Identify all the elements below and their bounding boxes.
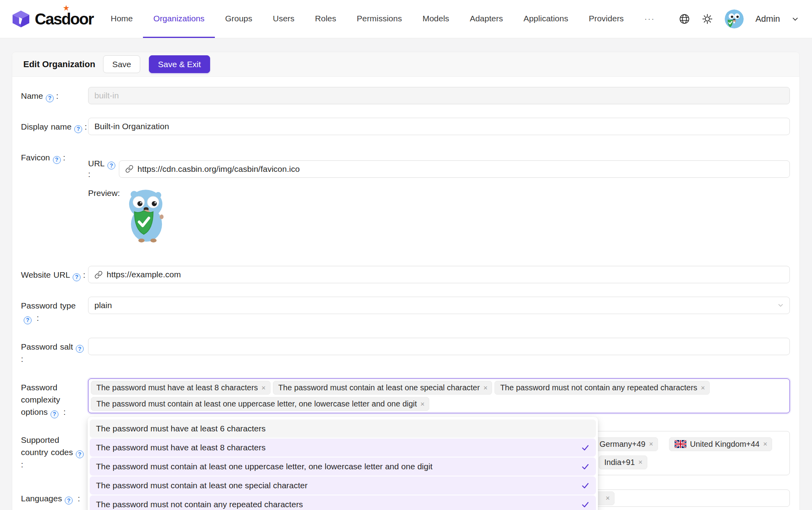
row-website-url: Website URL?: [21,266,790,283]
casdoor-logo[interactable]: Casd★oor [12,0,93,38]
display-name-label: Display name [21,122,71,131]
question-circle-icon[interactable]: ? [65,497,73,504]
row-favicon: Favicon?: URL?: [21,149,790,254]
display-name-input[interactable] [94,122,784,131]
complexity-tag: The password must contain at least one u… [91,397,429,411]
tag-close-icon[interactable]: × [605,495,610,502]
row-password-salt: Password salt?: [21,338,790,365]
question-circle-icon[interactable]: ? [51,410,58,418]
question-circle-icon[interactable]: ? [24,316,32,324]
name-input[interactable] [94,91,784,100]
top-navbar: Casd★oor Home Organizations Groups Users… [0,0,812,38]
save-button[interactable]: Save [103,55,140,73]
tag-close-icon[interactable]: × [483,384,488,391]
theme-sun-icon[interactable] [702,13,713,24]
country-codes-label: Supported country codes [21,435,73,457]
card-header: Edit Organization Save Save & Exit [12,52,799,77]
favicon-label: Favicon [21,153,50,162]
question-circle-icon[interactable]: ? [53,156,61,164]
complexity-tag: The password must not contain any repeat… [494,381,710,395]
question-circle-icon[interactable]: ? [74,125,82,133]
row-name: Name?: [21,87,790,104]
dropdown-option[interactable]: The password must not contain any repeat… [90,495,596,510]
password-type-select[interactable]: plain [88,297,790,314]
main-menu: Home Organizations Groups Users Roles Pe… [100,0,665,38]
link-icon [125,165,133,173]
nav-item-home[interactable]: Home [100,0,143,38]
tag-close-icon[interactable]: × [763,440,767,448]
password-salt-input[interactable] [94,342,784,351]
favicon-preview-gopher-image [124,188,167,243]
user-name[interactable]: Admin [756,14,780,24]
link-icon [94,271,103,279]
uk-flag-icon [675,440,686,448]
question-circle-icon[interactable]: ? [73,273,81,281]
question-circle-icon[interactable]: ? [76,345,84,353]
complexity-tag: The password must have at least 8 charac… [91,381,271,395]
nav-item-models[interactable]: Models [412,0,460,38]
check-icon [581,481,590,490]
nav-item-groups[interactable]: Groups [215,0,263,38]
country-tag-germany: Germany+49× [594,437,658,451]
question-circle-icon[interactable]: ? [46,94,54,102]
favicon-url-input[interactable] [137,164,784,174]
password-type-label: Password type [21,301,76,310]
row-password-type: Password type? : plain [21,297,790,324]
password-complexity-dropdown: The password must have at least 6 charac… [88,417,598,510]
dropdown-option[interactable]: The password must have at least 8 charac… [90,438,596,457]
language-globe-icon[interactable] [679,13,690,24]
website-url-label: Website URL [21,270,70,279]
dropdown-option[interactable]: The password must contain at least one s… [90,476,596,495]
tag-close-icon[interactable]: × [649,440,653,448]
user-avatar-gopher[interactable] [725,9,744,28]
question-circle-icon[interactable]: ? [76,450,84,458]
brand-name: Casd★oor [35,10,93,28]
row-password-complexity: Password complexity options? : The passw… [21,378,790,418]
edit-organization-card: Edit Organization Save Save & Exit Name?… [12,52,800,510]
page-title: Edit Organization [23,59,95,70]
name-label: Name [21,91,43,100]
tag-close-icon[interactable]: × [261,384,266,391]
password-complexity-multiselect[interactable]: The password must have at least 8 charac… [88,378,790,413]
dropdown-option[interactable]: The password must have at least 6 charac… [90,420,596,438]
nav-item-applications[interactable]: Applications [513,0,578,38]
nav-item-overflow[interactable]: ··· [634,0,665,38]
nav-item-organizations[interactable]: Organizations [143,0,215,38]
password-salt-label: Password salt [21,342,73,351]
navbar-right: Admin [679,0,799,38]
chevron-down-icon[interactable] [792,16,799,23]
page-content: Edit Organization Save Save & Exit Name?… [0,38,812,510]
check-icon [581,500,590,509]
row-display-name: Display name?: [21,118,790,135]
casdoor-cube-icon [12,10,30,28]
check-icon [581,462,590,471]
save-and-exit-button[interactable]: Save & Exit [149,55,210,73]
nav-item-providers[interactable]: Providers [579,0,634,38]
favicon-preview-label: Preview: [88,188,120,198]
country-tag-india: India+91× [599,455,647,469]
select-chevron-down-icon [778,303,784,309]
question-circle-icon[interactable]: ? [107,162,115,169]
password-type-value: plain [94,301,112,310]
check-icon [581,443,590,452]
nav-item-users[interactable]: Users [263,0,305,38]
languages-label: Languages [21,494,62,503]
tag-close-icon[interactable]: × [701,384,705,391]
website-url-input[interactable] [107,270,784,279]
star-icon: ★ [63,4,68,12]
complexity-tag: The password must contain at least one s… [273,381,492,395]
favicon-url-label: URL [88,159,105,168]
tag-close-icon[interactable]: × [421,401,425,408]
country-tag-united-kingdom: United Kingdom+44× [669,437,772,451]
dropdown-option[interactable]: The password must contain at least one u… [90,457,596,476]
nav-item-roles[interactable]: Roles [305,0,347,38]
nav-item-adapters[interactable]: Adapters [459,0,513,38]
nav-item-permissions[interactable]: Permissions [346,0,412,38]
tag-close-icon[interactable]: × [638,459,643,466]
card-body: Name?: Display name?: Favicon?: [12,77,799,510]
